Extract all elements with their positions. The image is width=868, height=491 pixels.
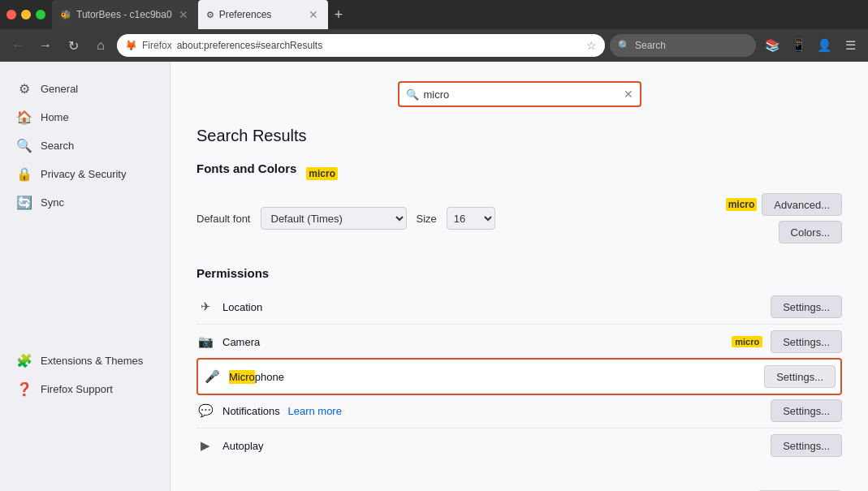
bookmark-icon[interactable]: ☆ bbox=[586, 39, 597, 52]
nav-right: 📚 📱 👤 ☰ bbox=[761, 34, 862, 57]
perm-row-location: ✈ Location Settings... bbox=[196, 290, 842, 325]
checkboxes-section: Block pop-up windows Exceptions... Warn … bbox=[196, 485, 842, 491]
account-button[interactable]: 👤 bbox=[813, 34, 836, 57]
sidebar-label-home: Home bbox=[41, 111, 69, 123]
preferences-search-input[interactable] bbox=[424, 88, 619, 101]
close-button[interactable] bbox=[6, 10, 16, 19]
perm-row-autoplay: ▶ Autoplay Settings... bbox=[196, 429, 842, 463]
permissions-section-title: Permissions bbox=[196, 266, 842, 280]
camera-settings-button[interactable]: Settings... bbox=[771, 330, 842, 353]
fonts-colors-section: Fonts and Colors micro Default font Defa… bbox=[196, 162, 842, 243]
autoplay-icon: ▶ bbox=[196, 438, 214, 453]
sidebar-item-firefox-support[interactable]: ❓ Firefox Support bbox=[3, 375, 166, 403]
tabs-bar: 🐝 TutorBees - c1ec9ba0 ✕ ⚙ Preferences ✕… bbox=[52, 0, 862, 29]
permissions-section: Permissions ✈ Location Settings... 📷 Cam… bbox=[196, 266, 842, 463]
sidebar-item-extensions-themes[interactable]: 🧩 Extensions & Themes bbox=[3, 347, 166, 375]
minimize-button[interactable] bbox=[21, 10, 31, 19]
block-popups-row: Block pop-up windows Exceptions... bbox=[196, 485, 842, 491]
camera-micro-badge: micro bbox=[732, 336, 762, 347]
default-font-label: Default font bbox=[196, 213, 251, 225]
home-icon: 🏠 bbox=[16, 110, 32, 125]
phone-text: phone bbox=[255, 371, 284, 383]
menu-button[interactable]: ☰ bbox=[839, 34, 862, 57]
home-button[interactable]: ⌂ bbox=[89, 34, 112, 57]
sidebar-item-privacy-security[interactable]: 🔒 Privacy & Security bbox=[3, 160, 166, 188]
permissions-list: ✈ Location Settings... 📷 Camera micro Se… bbox=[196, 290, 842, 463]
back-button[interactable]: ← bbox=[6, 34, 29, 57]
location-icon: ✈ bbox=[196, 299, 214, 314]
tab-favicon-preferences: ⚙ bbox=[206, 10, 214, 20]
perm-row-camera: 📷 Camera micro Settings... bbox=[196, 325, 842, 360]
extensions-icon: 🧩 bbox=[16, 353, 32, 368]
tab-preferences[interactable]: ⚙ Preferences ✕ bbox=[198, 0, 328, 29]
perm-row-microphone: 🎤 Microphone Settings... bbox=[196, 358, 842, 395]
content-area: 🔍 ✕ Search Results Fonts and Colors micr… bbox=[171, 62, 868, 491]
perm-label-autoplay: Autoplay bbox=[222, 440, 762, 452]
browser-search-box[interactable]: 🔍 Search bbox=[610, 34, 756, 57]
tab-tutorbees[interactable]: 🐝 TutorBees - c1ec9ba0 ✕ bbox=[52, 0, 198, 29]
notifications-icon: 💬 bbox=[196, 403, 214, 418]
sidebar: ⚙ General 🏠 Home 🔍 Search 🔒 Privacy & Se… bbox=[0, 62, 171, 491]
sidebar-item-general[interactable]: ⚙ General bbox=[3, 75, 166, 103]
traffic-lights bbox=[6, 10, 45, 19]
tab-title-tutorbees: TutorBees - c1ec9ba0 bbox=[76, 9, 172, 20]
firefox-icon: 🦊 bbox=[125, 40, 137, 51]
location-settings-button[interactable]: Settings... bbox=[771, 295, 842, 318]
new-tab-button[interactable]: + bbox=[328, 0, 350, 29]
pref-search-icon: 🔍 bbox=[406, 88, 419, 101]
perm-label-location: Location bbox=[222, 301, 762, 313]
microphone-settings-button[interactable]: Settings... bbox=[764, 365, 836, 388]
sidebar-item-search[interactable]: 🔍 Search bbox=[3, 131, 166, 160]
tab-close-preferences[interactable]: ✕ bbox=[307, 8, 320, 21]
advanced-button[interactable]: Advanced... bbox=[762, 193, 842, 216]
default-font-select[interactable]: Default (Times) bbox=[261, 207, 407, 230]
size-select[interactable]: 16 bbox=[447, 207, 495, 230]
address-bar[interactable]: 🦊 Firefox about:preferences#searchResult… bbox=[117, 34, 605, 57]
tab-close-tutorbees[interactable]: ✕ bbox=[177, 8, 190, 21]
perm-label-camera: Camera bbox=[222, 336, 720, 348]
micro-highlight-text: Micro bbox=[229, 370, 255, 384]
nav-bar: ← → ↻ ⌂ 🦊 Firefox about:preferences#sear… bbox=[0, 29, 868, 62]
microphone-icon: 🎤 bbox=[203, 369, 221, 384]
content-search-wrap: 🔍 ✕ bbox=[196, 81, 842, 107]
sidebar-item-home[interactable]: 🏠 Home bbox=[3, 103, 166, 131]
maximize-button[interactable] bbox=[36, 10, 45, 19]
forward-button[interactable]: → bbox=[34, 34, 57, 57]
browser-label: Firefox bbox=[142, 40, 172, 51]
perm-label-notifications: Notifications Learn more bbox=[222, 405, 762, 417]
title-bar: 🐝 TutorBees - c1ec9ba0 ✕ ⚙ Preferences ✕… bbox=[0, 0, 868, 29]
privacy-icon: 🔒 bbox=[16, 166, 32, 182]
fonts-section-title: Fonts and Colors bbox=[196, 162, 296, 175]
bookmarks-button[interactable]: 📚 bbox=[761, 34, 784, 57]
reload-button[interactable]: ↻ bbox=[62, 34, 84, 57]
synced-tabs-button[interactable]: 📱 bbox=[787, 34, 810, 57]
main-layout: ⚙ General 🏠 Home 🔍 Search 🔒 Privacy & Se… bbox=[0, 62, 868, 491]
search-placeholder: Search bbox=[635, 40, 666, 51]
notifications-learn-more[interactable]: Learn more bbox=[287, 405, 341, 417]
size-label: Size bbox=[417, 213, 437, 225]
support-icon: ❓ bbox=[16, 381, 32, 397]
colors-button[interactable]: Colors... bbox=[779, 221, 842, 243]
perm-row-notifications: 💬 Notifications Learn more Settings... bbox=[196, 394, 842, 429]
page-title: Search Results bbox=[196, 127, 842, 145]
fonts-highlight-badge: micro bbox=[306, 167, 338, 180]
general-icon: ⚙ bbox=[16, 81, 32, 97]
autoplay-settings-button[interactable]: Settings... bbox=[771, 434, 842, 457]
notifications-settings-button[interactable]: Settings... bbox=[771, 399, 842, 422]
sidebar-label-sync: Sync bbox=[41, 196, 64, 209]
search-clear-button[interactable]: ✕ bbox=[624, 88, 633, 101]
search-sidebar-icon: 🔍 bbox=[16, 138, 32, 153]
tab-favicon-tutorbees: 🐝 bbox=[60, 10, 71, 20]
perm-label-microphone: Microphone bbox=[229, 371, 756, 383]
sidebar-label-extensions: Extensions & Themes bbox=[41, 355, 143, 367]
sidebar-label-privacy: Privacy & Security bbox=[41, 168, 126, 180]
search-icon: 🔍 bbox=[618, 40, 630, 51]
advanced-highlight-badge: micro bbox=[726, 198, 758, 211]
address-url: about:preferences#searchResults bbox=[177, 40, 581, 51]
sync-icon: 🔄 bbox=[16, 195, 32, 210]
sidebar-label-support: Firefox Support bbox=[41, 383, 113, 395]
sidebar-item-sync[interactable]: 🔄 Sync bbox=[3, 188, 166, 217]
sidebar-label-general: General bbox=[41, 83, 78, 95]
sidebar-label-search: Search bbox=[41, 140, 74, 152]
preferences-search-box[interactable]: 🔍 ✕ bbox=[398, 81, 641, 107]
